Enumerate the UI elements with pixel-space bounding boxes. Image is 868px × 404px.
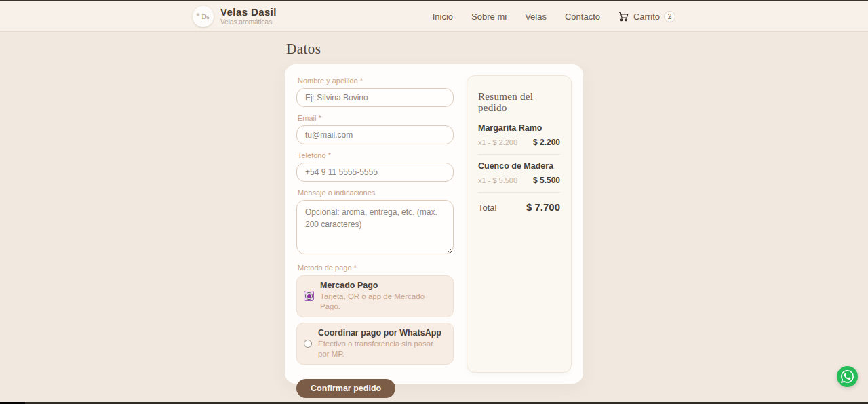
logo-monogram: Ds [201,13,209,20]
whatsapp-fab-button[interactable] [837,366,858,387]
nav-item-sobre-mi[interactable]: Sobre mi [471,12,507,22]
summary-item-name: Margarita Ramo [478,123,560,133]
logo-icon: ❀. Ds [193,6,214,27]
summary-item-name: Cuenco de Madera [478,161,560,171]
name-input[interactable] [296,88,454,107]
checkout-card: Nombre y apellido * Email * Telefono * M… [285,64,583,384]
name-field-label: Nombre y apellido * [298,77,454,85]
nav-item-velas[interactable]: Velas [525,12,547,22]
order-summary-panel: Resumen del pedido Margarita Ramo x1 - $… [467,75,572,373]
payment-option-whatsapp[interactable]: Coordinar pago por WhatsApp Efectivo o t… [296,323,454,365]
summary-item-detail: x1 - $ 2.200 [478,138,517,146]
payment-option-title: Mercado Pago [320,280,446,291]
summary-item-detail: x1 - $ 5.500 [478,176,517,184]
cart-label: Carrito [633,12,660,22]
phone-input[interactable] [296,163,454,182]
payment-option-title: Coordinar pago por WhatsApp [318,327,446,339]
cart-count-badge: 2 [664,11,675,22]
phone-field-label: Telefono * [298,151,454,159]
message-field-label: Mensaje o indicaciones [298,188,454,197]
confirm-order-button[interactable]: Confirmar pedido [296,379,395,398]
order-form: Nombre y apellido * Email * Telefono * M… [296,75,454,373]
whatsapp-icon [841,370,854,383]
nav-item-contacto[interactable]: Contacto [565,12,600,22]
payment-method-label: Metodo de pago * [298,264,454,272]
cart-icon [618,11,629,22]
payment-option-description: Tarjeta, QR o app de Mercado Pago. [320,291,446,312]
payment-option-mercado-pago[interactable]: Mercado Pago Tarjeta, QR o app de Mercad… [296,275,454,317]
summary-item-price: $ 5.500 [533,176,560,185]
brand-logo[interactable]: ❀. Ds Velas Dasil Velas aromáticas [193,6,277,27]
payment-option-description: Efectivo o transferencia sin pasar por M… [318,339,446,360]
summary-total-label: Total [478,203,496,213]
email-input[interactable] [296,125,454,144]
cart-button[interactable]: Carrito 2 [618,11,675,22]
summary-item: Cuenco de Madera x1 - $ 5.500 $ 5.500 [478,161,560,193]
radio-unselected-icon[interactable] [304,340,312,348]
radio-selected-icon[interactable] [304,291,314,301]
summary-total-value: $ 7.700 [526,201,560,213]
site-header: ❀. Ds Velas Dasil Velas aromáticas Inici… [0,1,868,32]
order-summary-title: Resumen del pedido [478,91,560,114]
summary-total-row: Total $ 7.700 [478,201,560,213]
page-title: Datos [286,41,583,58]
brand-subtitle: Velas aromáticas [220,18,277,26]
nav-item-inicio[interactable]: Inicio [433,12,453,22]
summary-item-price: $ 2.200 [533,138,560,147]
summary-item: Margarita Ramo x1 - $ 2.200 $ 2.200 [478,123,560,155]
logo-floral-decoration: ❀. [196,12,199,18]
main-nav: Inicio Sobre mi Velas Contacto Carrito 2 [433,11,675,22]
brand-title: Velas Dasil [220,7,277,18]
email-field-label: Email * [298,114,454,122]
message-textarea[interactable] [296,200,454,254]
